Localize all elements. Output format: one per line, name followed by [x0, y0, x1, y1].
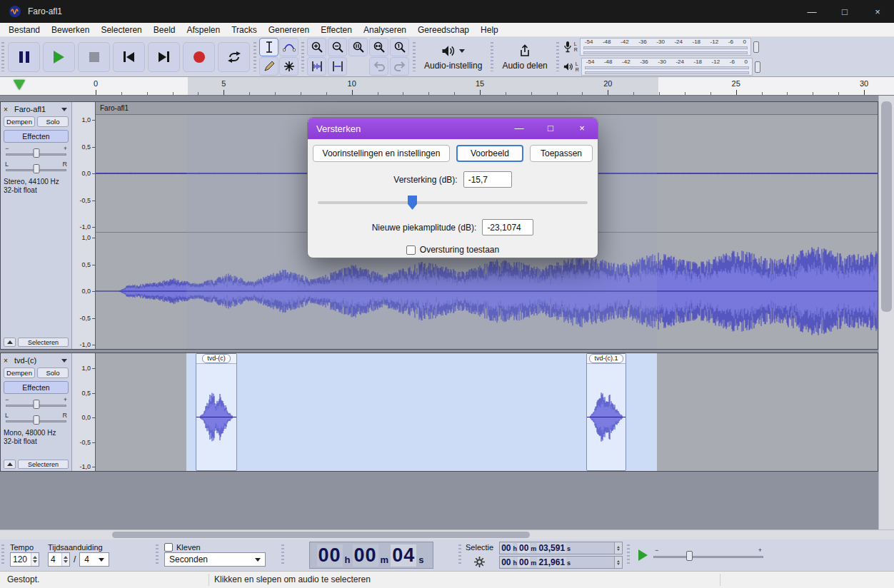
menu-edit[interactable]: Bewerken: [46, 24, 95, 36]
solo-button[interactable]: Solo: [37, 368, 69, 378]
share-audio-button[interactable]: Audio delen: [495, 37, 554, 76]
multi-tool-button[interactable]: [279, 57, 298, 76]
preview-button[interactable]: Voorbeeld: [456, 145, 523, 162]
dialog-close-button[interactable]: ×: [566, 118, 598, 139]
collapse-track-button[interactable]: [4, 460, 16, 469]
toolbar-grip[interactable]: [491, 42, 493, 71]
amplification-input[interactable]: [463, 171, 512, 188]
new-peak-input[interactable]: [482, 219, 533, 235]
audio-setup-button[interactable]: Audio-instelling: [417, 37, 489, 76]
toolbar-grip[interactable]: [1, 544, 4, 566]
menu-file[interactable]: Bestand: [3, 24, 46, 36]
clip-title-bar[interactable]: tvd-(c).1: [587, 354, 626, 364]
track-name[interactable]: Faro-afl1: [14, 105, 59, 113]
zoom-fit-button[interactable]: [369, 38, 388, 56]
time-display[interactable]: 00h 00m 04s: [309, 542, 434, 569]
dialog-maximize-button[interactable]: □: [535, 118, 566, 139]
audio-clip[interactable]: tvd-(c).1: [586, 353, 626, 471]
selection-end-spinner[interactable]: [614, 557, 622, 568]
presets-button[interactable]: Voorinstellingen en instellingen: [313, 145, 450, 162]
select-track-button[interactable]: Selecteren: [18, 460, 69, 469]
effects-button[interactable]: Effecten: [4, 381, 69, 394]
menu-analyze[interactable]: Analyseren: [358, 24, 412, 36]
toolbar-grip[interactable]: [556, 42, 559, 71]
dialog-titlebar[interactable]: Versterken — □ ×: [308, 118, 598, 139]
track-menu-caret-icon[interactable]: [61, 359, 67, 363]
gain-slider-knob[interactable]: [33, 148, 39, 158]
window-close-button[interactable]: ×: [861, 0, 894, 23]
zoom-out-button[interactable]: [328, 38, 347, 56]
gain-slider[interactable]: − +: [4, 396, 69, 410]
pause-button[interactable]: [8, 42, 40, 72]
time-signature-spinner[interactable]: [61, 553, 69, 566]
play-button[interactable]: [43, 42, 75, 72]
time-signature-upper[interactable]: [48, 552, 70, 567]
clip-title-bar[interactable]: Faro-afl1: [96, 102, 878, 115]
menu-tools[interactable]: Gereedschap: [412, 24, 475, 36]
zoom-in-button[interactable]: [307, 38, 326, 56]
pan-slider-knob[interactable]: [33, 415, 39, 425]
clip-label[interactable]: tvd-(c).1: [589, 354, 623, 363]
toolbar-grip[interactable]: [413, 42, 416, 71]
timeline[interactable]: 051015202530: [0, 77, 894, 96]
toolbar-grip[interactable]: [156, 544, 159, 566]
audio-clip[interactable]: tvd-(c): [196, 353, 237, 471]
gain-slider-knob[interactable]: [33, 400, 39, 409]
track-close-button[interactable]: ×: [4, 357, 12, 365]
zoom-toggle-button[interactable]: [390, 38, 409, 56]
play-speed-slider[interactable]: − +: [653, 547, 763, 564]
recording-meter[interactable]: LR -54-48-42-36-30-24-18-12-60: [563, 38, 760, 56]
toolbar-grip[interactable]: [1, 42, 4, 71]
pan-slider-knob[interactable]: [33, 164, 39, 173]
trim-audio-button[interactable]: [307, 57, 326, 76]
play-speed-knob[interactable]: [686, 551, 693, 561]
pan-slider[interactable]: L R: [4, 161, 69, 174]
horizontal-scrollbar[interactable]: [0, 529, 894, 539]
undo-button[interactable]: [369, 57, 388, 76]
track-close-button[interactable]: ×: [4, 106, 12, 113]
skip-to-end-button[interactable]: [148, 42, 180, 72]
selection-end-field[interactable]: 00h 00m 21,961s: [499, 556, 623, 569]
play-at-speed-button[interactable]: [638, 549, 648, 561]
clip-label[interactable]: tvd-(c): [202, 354, 231, 363]
vertical-scrollbar-thumb[interactable]: [881, 101, 892, 312]
menu-generate[interactable]: Genereren: [263, 24, 315, 36]
record-button[interactable]: [183, 42, 215, 72]
pan-slider[interactable]: L R: [4, 412, 69, 425]
select-track-button[interactable]: Selecteren: [18, 338, 69, 347]
menu-help[interactable]: Help: [475, 24, 504, 36]
time-signature-lower[interactable]: 4: [79, 552, 109, 567]
window-maximize-button[interactable]: □: [828, 0, 861, 23]
selection-start-spinner[interactable]: [614, 542, 622, 554]
recording-volume-slider[interactable]: [753, 41, 759, 53]
vertical-scrollbar[interactable]: [878, 96, 894, 529]
selection-start-field[interactable]: 00h 00m 03,591s: [499, 542, 623, 554]
vertical-ruler[interactable]: 1,00,50,0-0,5-1,0: [72, 353, 96, 471]
effects-button[interactable]: Effecten: [4, 130, 69, 143]
vertical-ruler[interactable]: 1,00,50,0-0,5-1,01,00,50,0-0,5-1,0: [72, 102, 96, 349]
clip-title-bar[interactable]: tvd-(c): [196, 354, 236, 364]
menu-select[interactable]: Selecteren: [95, 24, 147, 36]
snap-mode-select[interactable]: Seconden: [164, 552, 266, 567]
dialog-minimize-button[interactable]: —: [503, 118, 535, 139]
amplification-slider[interactable]: [318, 196, 588, 210]
skip-to-start-button[interactable]: [113, 42, 145, 72]
playback-volume-slider[interactable]: [755, 61, 760, 73]
menu-transport[interactable]: Afspelen: [181, 24, 226, 36]
allow-clipping-checkbox[interactable]: [406, 245, 416, 255]
draw-tool-button[interactable]: [259, 57, 278, 76]
toolbar-grip[interactable]: [627, 544, 630, 566]
window-minimize-button[interactable]: —: [795, 0, 828, 23]
toolbar-grip[interactable]: [281, 544, 284, 566]
toolbar-grip[interactable]: [253, 42, 256, 71]
playback-meter[interactable]: LR -54-48-42-36-30-24-18-12-60: [563, 58, 760, 76]
loop-button[interactable]: [218, 42, 250, 72]
mute-button[interactable]: Dempen: [4, 116, 35, 127]
snap-checkbox[interactable]: [164, 543, 173, 552]
track-name[interactable]: tvd-(c): [14, 356, 59, 365]
selection-settings-button[interactable]: [474, 557, 485, 567]
apply-button[interactable]: Toepassen: [530, 145, 593, 162]
selection-tool-button[interactable]: [259, 38, 278, 56]
envelope-tool-button[interactable]: [279, 38, 298, 56]
toolbar-grip[interactable]: [301, 42, 304, 71]
